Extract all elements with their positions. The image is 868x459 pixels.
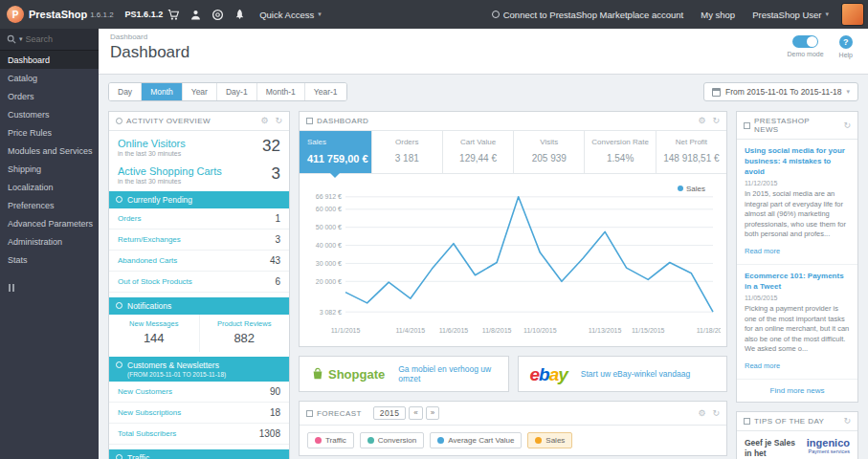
ebay-logo[interactable]: ebay xyxy=(530,365,568,383)
sidebar-item-preferences[interactable]: Preferences xyxy=(0,196,99,214)
sidebar-item-orders[interactable]: Orders xyxy=(0,87,99,105)
sidebar-item-dashboard[interactable]: Dashboard xyxy=(0,51,99,69)
kpi-orders[interactable]: Orders3 181 xyxy=(372,131,443,173)
read-more-link[interactable]: Read more xyxy=(745,247,780,255)
refresh-icon[interactable]: ↻ xyxy=(275,117,282,125)
range-month[interactable]: Month xyxy=(142,83,183,100)
gear-icon[interactable]: ⚙ xyxy=(260,117,268,125)
shopgate-link[interactable]: Ga mobiel en verhoog uw omzet xyxy=(398,364,496,383)
range-year[interactable]: Year xyxy=(183,83,217,100)
news-title-link[interactable]: Using social media for your business: 4 … xyxy=(745,146,850,177)
prestashop-logo-icon[interactable]: P xyxy=(7,6,24,23)
sidebar-item-administration[interactable]: Administration xyxy=(0,232,99,251)
kpi-net-profit[interactable]: Net Profit148 918,51 € xyxy=(657,131,726,173)
active-carts-link[interactable]: Active Shopping Carts xyxy=(118,165,280,177)
gear-icon[interactable]: ⚙ xyxy=(698,409,705,418)
rocket-icon[interactable] xyxy=(229,0,251,29)
sidebar-item-stats[interactable]: Stats xyxy=(0,251,99,269)
quick-access-menu[interactable]: Quick Access▾ xyxy=(251,0,330,29)
activity-icon xyxy=(116,118,122,124)
refresh-icon[interactable]: ↻ xyxy=(712,117,720,125)
support-icon[interactable] xyxy=(207,0,229,29)
sidebar-item-modules-and-services[interactable]: Modules and Services xyxy=(0,142,99,160)
search-input[interactable] xyxy=(26,34,74,44)
news-body: Picking a payment provider is one of the… xyxy=(745,304,850,355)
pending-icon xyxy=(116,196,122,203)
kpi-cart-value[interactable]: Cart Value129,44 € xyxy=(443,131,514,173)
forecast-legend-traffic[interactable]: Traffic xyxy=(307,432,354,448)
refresh-icon[interactable]: ↻ xyxy=(843,121,851,130)
refresh-icon[interactable]: ↻ xyxy=(712,409,720,418)
sidebar-item-price-rules[interactable]: Price Rules xyxy=(0,123,99,142)
pending-row: Abandoned Carts43 xyxy=(109,251,289,272)
range-day[interactable]: Day xyxy=(109,83,142,100)
sidebar-item-localization[interactable]: Localization xyxy=(0,178,99,196)
pending-label[interactable]: Orders xyxy=(118,214,141,223)
read-more-link[interactable]: Read more xyxy=(745,361,780,370)
refresh-icon[interactable]: ↻ xyxy=(843,417,851,426)
svg-text:11/18/2015: 11/18/2015 xyxy=(697,327,721,334)
quick-access-label: Quick Access xyxy=(259,10,314,20)
column-right: PRESTASHOP NEWS ↻ Using social media for… xyxy=(736,111,858,459)
sidebar-item-shipping[interactable]: Shipping xyxy=(0,160,99,178)
forecast-legend-sales[interactable]: Sales xyxy=(527,432,572,448)
sidebar-search[interactable]: ▾ xyxy=(0,29,99,51)
user-menu[interactable]: PrestaShop User▾ xyxy=(744,0,837,29)
notifications-section-bar: Notifications xyxy=(109,297,289,315)
sidebar-item-advanced-parameters[interactable]: Advanced Parameters xyxy=(0,214,99,232)
shopgate-card: Shopgate Ga mobiel en verhoog uw omzet xyxy=(299,356,509,392)
customers-label[interactable]: New Customers xyxy=(118,387,172,396)
kpi-conversion-rate[interactable]: Conversion Rate1.54% xyxy=(585,131,656,173)
pending-label[interactable]: Return/Exchanges xyxy=(118,235,181,244)
breadcrumb[interactable]: Dashboard xyxy=(110,33,857,41)
help-button[interactable]: ? Help xyxy=(839,35,853,58)
pending-value: 43 xyxy=(270,255,280,266)
customers-label[interactable]: Total Subscribers xyxy=(118,429,176,438)
marketplace-link[interactable]: Connect to PrestaShop Marketplace accoun… xyxy=(483,0,693,29)
prev-year-button[interactable]: « xyxy=(409,406,422,420)
sidebar-item-customers[interactable]: Customers xyxy=(0,105,99,123)
sidebar-item-catalog[interactable]: Catalog xyxy=(0,69,99,87)
toggle-on-icon[interactable] xyxy=(792,35,818,48)
news-title-link[interactable]: Ecommerce 101: Payments in a Tweet xyxy=(745,272,850,293)
news-icon xyxy=(744,122,750,129)
notification-new-messages[interactable]: New Messages144 xyxy=(109,315,200,352)
tips-icon xyxy=(744,418,750,425)
next-year-button[interactable]: » xyxy=(426,406,439,420)
my-shop-link[interactable]: My shop xyxy=(692,0,744,29)
avatar[interactable] xyxy=(841,3,864,26)
forecast-legend-conversion[interactable]: Conversion xyxy=(360,432,424,448)
customers-label[interactable]: New Subscriptions xyxy=(118,408,181,417)
dashboard-grid-icon xyxy=(306,118,313,124)
search-scope-caret-icon[interactable]: ▾ xyxy=(19,35,23,43)
forecast-year-select[interactable]: 2015 xyxy=(373,406,407,420)
notification-product-reviews[interactable]: Product Reviews882 xyxy=(200,315,290,352)
pending-label[interactable]: Out of Stock Products xyxy=(118,277,192,286)
gear-icon[interactable]: ⚙ xyxy=(698,117,705,125)
range-day-1[interactable]: Day-1 xyxy=(217,83,257,100)
help-label: Help xyxy=(839,52,853,58)
cart-icon[interactable] xyxy=(163,0,185,29)
customer-icon[interactable] xyxy=(185,0,207,29)
online-visitors-link[interactable]: Online Visitors xyxy=(118,138,280,149)
sidebar-collapse-button[interactable] xyxy=(9,284,90,292)
pending-label[interactable]: Abandoned Carts xyxy=(118,256,177,265)
sales-chart: 66 912 €60 000 €50 000 €40 000 €30 000 €… xyxy=(305,180,721,340)
kpi-visits[interactable]: Visits205 939 xyxy=(514,131,585,173)
range-month-1[interactable]: Month-1 xyxy=(257,83,305,100)
forecast-legend-average-cart-value[interactable]: Average Cart Value xyxy=(430,432,522,448)
news-date: 11/12/2015 xyxy=(745,180,850,186)
svg-text:3 082 €: 3 082 € xyxy=(320,309,342,316)
demo-mode-toggle[interactable]: Demo mode xyxy=(787,35,823,57)
kpi-value: 205 939 xyxy=(517,153,581,164)
news-item: Ecommerce 101: Payments in a Tweet11/05/… xyxy=(737,265,857,380)
date-range-button[interactable]: From 2015-11-01 To 2015-11-18 ▾ xyxy=(703,82,858,101)
ebay-link[interactable]: Start uw eBay-winkel vandaag xyxy=(581,369,690,379)
help-icon[interactable]: ? xyxy=(839,35,853,49)
find-more-news-link[interactable]: Find more news xyxy=(737,380,857,402)
shopgate-logo[interactable]: Shopgate xyxy=(311,367,385,382)
customers-title: Customers & Newsletters xyxy=(127,361,219,370)
range-year-1[interactable]: Year-1 xyxy=(305,83,346,100)
shop-version-tag: PS1.6.1.2 xyxy=(125,10,164,19)
kpi-sales[interactable]: Sales411 759,00 € xyxy=(300,131,372,173)
